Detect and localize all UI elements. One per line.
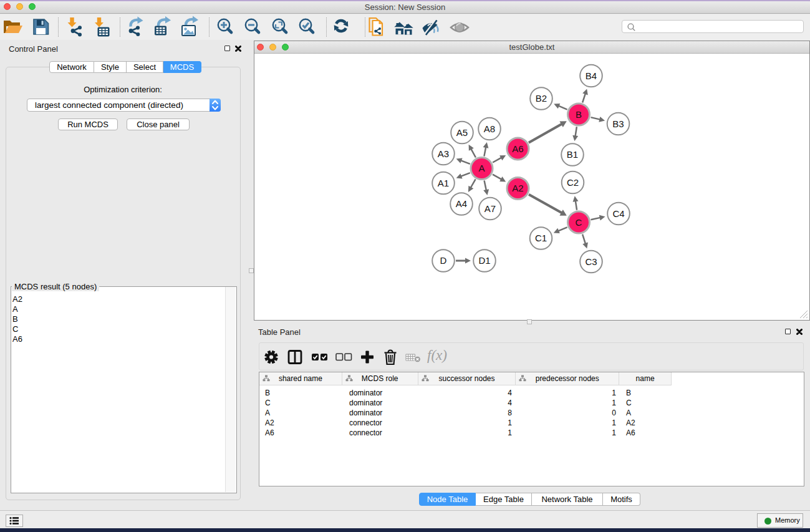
svg-text:A8: A8 [484, 123, 495, 134]
svg-text:C2: C2 [567, 177, 579, 188]
svg-text:B2: B2 [536, 93, 547, 104]
svg-text:A2: A2 [512, 183, 523, 193]
svg-text:A7: A7 [485, 203, 496, 214]
svg-text:B3: B3 [612, 118, 624, 129]
svg-text:A3: A3 [438, 148, 449, 159]
svg-text:A4: A4 [456, 198, 467, 209]
svg-text:C3: C3 [585, 256, 597, 267]
svg-text:A1: A1 [438, 178, 449, 188]
svg-text:A6: A6 [512, 143, 523, 154]
svg-text:C: C [576, 217, 582, 228]
svg-text:C4: C4 [612, 208, 624, 219]
svg-text:B1: B1 [567, 149, 578, 160]
svg-text:A5: A5 [456, 127, 468, 138]
svg-text:C1: C1 [535, 233, 547, 243]
svg-text:B4: B4 [586, 70, 597, 81]
svg-text:A: A [478, 163, 485, 173]
svg-text:D: D [440, 255, 447, 266]
svg-text:B: B [576, 109, 582, 120]
svg-text:D1: D1 [478, 255, 490, 266]
